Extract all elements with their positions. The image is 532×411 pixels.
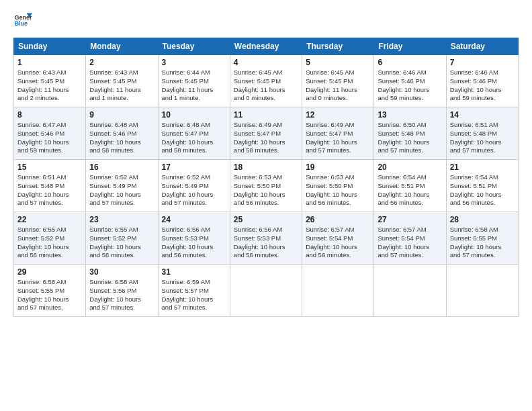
day-number: 29 <box>17 267 82 277</box>
day-number: 12 <box>306 110 370 120</box>
calendar-cell: 19Sunrise: 6:53 AMSunset: 5:50 PMDayligh… <box>302 160 374 212</box>
day-info: Sunrise: 6:43 AMSunset: 5:45 PMDaylight:… <box>89 68 154 103</box>
day-number: 11 <box>234 110 298 120</box>
day-number: 25 <box>234 215 298 224</box>
calendar-cell: 7Sunrise: 6:46 AMSunset: 5:46 PMDaylight… <box>446 55 518 107</box>
day-number: 3 <box>162 58 226 67</box>
header-saturday: Saturday <box>446 38 518 55</box>
header-wednesday: Wednesday <box>230 38 302 55</box>
day-info: Sunrise: 6:52 AMSunset: 5:49 PMDaylight:… <box>162 173 226 208</box>
header: General Blue <box>13 11 519 30</box>
day-number: 6 <box>378 58 442 67</box>
calendar-cell: 5Sunrise: 6:45 AMSunset: 5:45 PMDaylight… <box>302 55 374 107</box>
day-info: Sunrise: 6:54 AMSunset: 5:51 PMDaylight:… <box>378 173 442 208</box>
day-info: Sunrise: 6:58 AMSunset: 5:55 PMDaylight:… <box>17 278 82 312</box>
day-number: 18 <box>234 163 298 172</box>
day-number: 5 <box>306 58 370 67</box>
day-number: 7 <box>450 58 515 67</box>
day-info: Sunrise: 6:51 AMSunset: 5:48 PMDaylight:… <box>17 173 82 208</box>
day-number: 24 <box>162 215 226 224</box>
day-info: Sunrise: 6:48 AMSunset: 5:46 PMDaylight:… <box>89 121 154 155</box>
calendar-cell: 11Sunrise: 6:49 AMSunset: 5:47 PMDayligh… <box>230 107 302 160</box>
day-info: Sunrise: 6:53 AMSunset: 5:50 PMDaylight:… <box>306 173 370 208</box>
day-number: 10 <box>162 110 226 120</box>
day-info: Sunrise: 6:58 AMSunset: 5:55 PMDaylight:… <box>450 226 515 260</box>
day-number: 21 <box>450 163 515 172</box>
day-info: Sunrise: 6:55 AMSunset: 5:52 PMDaylight:… <box>89 226 154 260</box>
calendar-cell: 8Sunrise: 6:47 AMSunset: 5:46 PMDaylight… <box>14 107 86 160</box>
day-info: Sunrise: 6:58 AMSunset: 5:56 PMDaylight:… <box>89 278 154 312</box>
calendar-cell: 27Sunrise: 6:57 AMSunset: 5:54 PMDayligh… <box>374 212 446 265</box>
header-tuesday: Tuesday <box>158 38 230 55</box>
calendar-cell: 25Sunrise: 6:56 AMSunset: 5:53 PMDayligh… <box>230 212 302 265</box>
day-info: Sunrise: 6:49 AMSunset: 5:47 PMDaylight:… <box>306 121 370 155</box>
calendar-cell: 12Sunrise: 6:49 AMSunset: 5:47 PMDayligh… <box>302 107 374 160</box>
header-thursday: Thursday <box>302 38 374 55</box>
calendar-cell: 30Sunrise: 6:58 AMSunset: 5:56 PMDayligh… <box>86 265 158 317</box>
logo-icon: General Blue <box>13 11 32 30</box>
calendar-cell: 3Sunrise: 6:44 AMSunset: 5:45 PMDaylight… <box>158 55 230 107</box>
day-info: Sunrise: 6:54 AMSunset: 5:51 PMDaylight:… <box>450 173 515 208</box>
day-number: 1 <box>17 58 82 67</box>
day-number: 26 <box>306 215 370 224</box>
calendar-header-row: SundayMondayTuesdayWednesdayThursdayFrid… <box>14 38 519 55</box>
day-number: 28 <box>450 215 515 224</box>
calendar-cell: 17Sunrise: 6:52 AMSunset: 5:49 PMDayligh… <box>158 160 230 212</box>
day-number: 23 <box>89 215 154 224</box>
calendar-cell: 31Sunrise: 6:59 AMSunset: 5:57 PMDayligh… <box>158 265 230 317</box>
calendar-cell: 21Sunrise: 6:54 AMSunset: 5:51 PMDayligh… <box>446 160 518 212</box>
day-info: Sunrise: 6:52 AMSunset: 5:49 PMDaylight:… <box>89 173 154 208</box>
calendar-cell: 24Sunrise: 6:56 AMSunset: 5:53 PMDayligh… <box>158 212 230 265</box>
day-number: 19 <box>306 163 370 172</box>
day-number: 15 <box>17 163 82 172</box>
day-number: 20 <box>378 163 442 172</box>
day-info: Sunrise: 6:47 AMSunset: 5:46 PMDaylight:… <box>17 121 82 155</box>
day-info: Sunrise: 6:57 AMSunset: 5:54 PMDaylight:… <box>378 226 442 260</box>
calendar-cell <box>374 265 446 317</box>
day-info: Sunrise: 6:56 AMSunset: 5:53 PMDaylight:… <box>162 226 226 260</box>
day-number: 31 <box>162 267 226 277</box>
header-sunday: Sunday <box>14 38 86 55</box>
day-number: 27 <box>378 215 442 224</box>
calendar-cell: 26Sunrise: 6:57 AMSunset: 5:54 PMDayligh… <box>302 212 374 265</box>
calendar-cell: 9Sunrise: 6:48 AMSunset: 5:46 PMDaylight… <box>86 107 158 160</box>
day-info: Sunrise: 6:44 AMSunset: 5:45 PMDaylight:… <box>162 68 226 103</box>
day-info: Sunrise: 6:56 AMSunset: 5:53 PMDaylight:… <box>234 226 298 260</box>
day-info: Sunrise: 6:51 AMSunset: 5:48 PMDaylight:… <box>450 121 515 155</box>
calendar-cell: 28Sunrise: 6:58 AMSunset: 5:55 PMDayligh… <box>446 212 518 265</box>
calendar-cell: 2Sunrise: 6:43 AMSunset: 5:45 PMDaylight… <box>86 55 158 107</box>
calendar-week-3: 15Sunrise: 6:51 AMSunset: 5:48 PMDayligh… <box>14 160 519 212</box>
calendar-cell: 23Sunrise: 6:55 AMSunset: 5:52 PMDayligh… <box>86 212 158 265</box>
day-number: 30 <box>89 267 154 277</box>
day-number: 22 <box>17 215 82 224</box>
calendar-week-4: 22Sunrise: 6:55 AMSunset: 5:52 PMDayligh… <box>14 212 519 265</box>
day-number: 8 <box>17 110 82 120</box>
calendar-cell: 14Sunrise: 6:51 AMSunset: 5:48 PMDayligh… <box>446 107 518 160</box>
day-info: Sunrise: 6:53 AMSunset: 5:50 PMDaylight:… <box>234 173 298 208</box>
calendar-cell: 1Sunrise: 6:43 AMSunset: 5:45 PMDaylight… <box>14 55 86 107</box>
header-friday: Friday <box>374 38 446 55</box>
logo: General Blue <box>13 11 32 30</box>
day-info: Sunrise: 6:50 AMSunset: 5:48 PMDaylight:… <box>378 121 442 155</box>
day-info: Sunrise: 6:46 AMSunset: 5:46 PMDaylight:… <box>450 68 515 103</box>
day-number: 13 <box>378 110 442 120</box>
day-info: Sunrise: 6:49 AMSunset: 5:47 PMDaylight:… <box>234 121 298 155</box>
day-number: 9 <box>89 110 154 120</box>
day-number: 14 <box>450 110 515 120</box>
calendar-week-5: 29Sunrise: 6:58 AMSunset: 5:55 PMDayligh… <box>14 265 519 317</box>
calendar-cell <box>302 265 374 317</box>
calendar-week-2: 8Sunrise: 6:47 AMSunset: 5:46 PMDaylight… <box>14 107 519 160</box>
day-number: 17 <box>162 163 226 172</box>
day-number: 2 <box>89 58 154 67</box>
day-info: Sunrise: 6:59 AMSunset: 5:57 PMDaylight:… <box>162 278 226 312</box>
calendar-cell: 15Sunrise: 6:51 AMSunset: 5:48 PMDayligh… <box>14 160 86 212</box>
calendar-week-1: 1Sunrise: 6:43 AMSunset: 5:45 PMDaylight… <box>14 55 519 107</box>
day-number: 16 <box>89 163 154 172</box>
calendar-cell: 6Sunrise: 6:46 AMSunset: 5:46 PMDaylight… <box>374 55 446 107</box>
calendar-cell: 22Sunrise: 6:55 AMSunset: 5:52 PMDayligh… <box>14 212 86 265</box>
day-number: 4 <box>234 58 298 67</box>
day-info: Sunrise: 6:57 AMSunset: 5:54 PMDaylight:… <box>306 226 370 260</box>
day-info: Sunrise: 6:48 AMSunset: 5:47 PMDaylight:… <box>162 121 226 155</box>
calendar-cell: 4Sunrise: 6:45 AMSunset: 5:45 PMDaylight… <box>230 55 302 107</box>
day-info: Sunrise: 6:45 AMSunset: 5:45 PMDaylight:… <box>234 68 298 103</box>
